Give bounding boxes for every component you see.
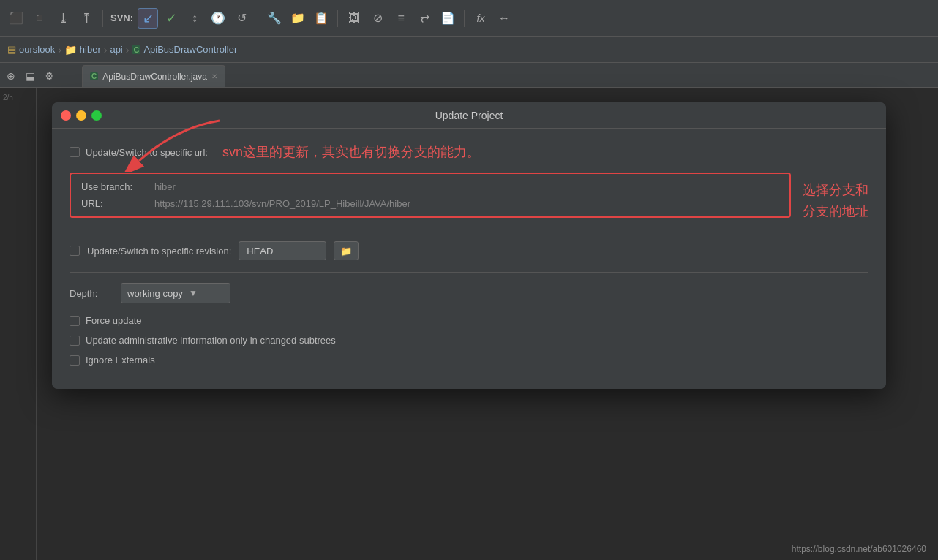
revision-value: HEAD xyxy=(247,246,273,257)
ignore-externals-label: Ignore Externals xyxy=(86,355,155,366)
toolbar-swap-icon[interactable]: ↔ xyxy=(494,8,514,29)
tab-label: ApiBusDrawController.java xyxy=(102,72,207,82)
depth-label: Depth: xyxy=(70,288,113,299)
breadcrumb-controller[interactable]: C ApiBusDrawController xyxy=(132,44,237,55)
revision-label: Update/Switch to specific revision: xyxy=(87,246,231,257)
modal-overlay: Update Project Update/Switch to specific… xyxy=(0,88,938,560)
toolbar-icon-2[interactable]: ◾ xyxy=(29,8,50,29)
tab-close-icon[interactable]: ✕ xyxy=(211,72,217,80)
admin-info-checkbox[interactable] xyxy=(70,336,80,346)
maximize-window-btn[interactable] xyxy=(91,110,102,121)
branch-value: hiber xyxy=(154,181,779,192)
breadcrumb-sep-1: › xyxy=(58,44,61,56)
close-window-btn[interactable] xyxy=(61,110,71,121)
footer-link: https://blog.csdn.net/ab601026460 xyxy=(792,544,926,554)
toolbar-icon-update[interactable]: ⤒ xyxy=(76,8,97,29)
toolbar-doc-icon[interactable]: 📄 xyxy=(438,8,458,29)
url-label: URL: xyxy=(81,198,147,209)
browse-icon: 📁 xyxy=(340,246,352,257)
revision-row: Update/Switch to specific revision: HEAD… xyxy=(70,241,868,260)
branch-row: Use branch: hiber xyxy=(81,181,779,192)
dialog-title: Update Project xyxy=(435,110,503,121)
revision-input[interactable]: HEAD xyxy=(239,241,326,260)
breadcrumb-controller-label: ApiBusDrawController xyxy=(143,44,237,55)
dropdown-arrow-icon: ▼ xyxy=(189,288,198,298)
toolbar-copy-icon[interactable]: 📋 xyxy=(311,8,331,29)
breadcrumb-bar: ▤ ourslook › 📁 hiber › api › C ApiBusDra… xyxy=(0,37,938,63)
breadcrumb-ourslook[interactable]: ▤ ourslook xyxy=(7,44,55,55)
depth-value: working copy xyxy=(127,288,183,299)
ignore-externals-row: Ignore Externals xyxy=(70,355,868,366)
annotation-right: 选择分支和分支的地址 xyxy=(803,180,868,222)
toolbar-sep-1 xyxy=(102,10,103,27)
toolbar-sep-4 xyxy=(464,10,465,27)
toolbar-icon-commit[interactable]: ⤓ xyxy=(53,8,73,29)
breadcrumb-hiber-label: hiber xyxy=(80,44,101,55)
tab-split-btn[interactable]: ⬓ xyxy=(22,68,38,84)
toolbar: ⬛ ◾ ⤓ ⤒ SVN: ↙ ✓ ↕ 🕐 ↺ 🔧 📁 📋 🖼 ⊘ ≡ ⇄ 📄 f… xyxy=(0,0,938,37)
svn-label: SVN: xyxy=(110,12,133,23)
tab-add-btn[interactable]: ⊕ xyxy=(3,68,19,84)
toolbar-svn-history-icon[interactable]: 🕐 xyxy=(208,8,228,29)
toolbar-icon-1[interactable]: ⬛ xyxy=(6,8,26,29)
force-update-checkbox[interactable] xyxy=(70,316,80,326)
tab-close-all-btn[interactable]: — xyxy=(60,68,76,84)
depth-select[interactable]: working copy ▼ xyxy=(121,283,230,303)
url-row: URL: https://115.29.111.103/svn/PRO_2019… xyxy=(81,198,779,209)
toolbar-transfer-icon[interactable]: ⇄ xyxy=(414,8,435,29)
update-project-dialog: Update Project Update/Switch to specific… xyxy=(52,102,886,389)
tab-actions: ⊕ ⬓ ⚙ — xyxy=(3,68,76,87)
toolbar-wrench-icon[interactable]: 🔧 xyxy=(264,8,285,29)
breadcrumb-api-label: api xyxy=(110,44,122,55)
dialog-titlebar: Update Project xyxy=(52,102,886,129)
depth-row: Depth: working copy ▼ xyxy=(70,283,868,303)
branch-label: Use branch: xyxy=(81,181,147,192)
class-icon-breadcrumb: C xyxy=(132,45,140,54)
tab-settings-btn[interactable]: ⚙ xyxy=(41,68,57,84)
revision-checkbox[interactable] xyxy=(70,246,80,256)
url-switch-row: Update/Switch to specific url: xyxy=(70,147,208,158)
toolbar-sep-2 xyxy=(258,10,258,27)
breadcrumb-sep-3: › xyxy=(126,44,130,56)
toolbar-list-icon[interactable]: ≡ xyxy=(391,8,411,29)
breadcrumb-ourslook-label: ourslook xyxy=(19,44,55,55)
admin-info-row: Update administrative information only i… xyxy=(70,335,868,346)
url-switch-label: Update/Switch to specific url: xyxy=(86,147,208,158)
toolbar-folder-icon[interactable]: 📁 xyxy=(288,8,308,29)
tab-controller[interactable]: C ApiBusDrawController.java ✕ xyxy=(82,65,225,87)
toolbar-svn-update-icon[interactable]: ↙ xyxy=(138,8,158,29)
toolbar-fx-icon[interactable]: fx xyxy=(470,8,491,29)
url-value: https://115.29.111.103/svn/PRO_2019/LP_H… xyxy=(154,198,779,209)
main-area: 2/h Update Project Update/Swit xyxy=(0,88,938,560)
folder-icon-1: 📁 xyxy=(64,44,77,56)
tab-bar: ⊕ ⬓ ⚙ — C ApiBusDrawController.java ✕ xyxy=(0,63,938,88)
toolbar-svn-icon-3[interactable]: ↕ xyxy=(184,8,205,29)
annotation-top: svn这里的更新，其实也有切换分支的能力。 xyxy=(222,143,480,161)
toolbar-cancel-icon[interactable]: ⊘ xyxy=(367,8,388,29)
admin-info-label: Update administrative information only i… xyxy=(86,335,336,346)
project-icon: ▤ xyxy=(7,44,16,55)
branch-url-box: Use branch: hiber URL: https://115.29.11… xyxy=(70,173,791,218)
force-update-label: Force update xyxy=(86,315,142,326)
revision-browse-btn[interactable]: 📁 xyxy=(334,241,359,260)
dialog-body: Update/Switch to specific url: svn这里的更新，… xyxy=(52,129,886,389)
force-update-row: Force update xyxy=(70,315,868,326)
breadcrumb-api[interactable]: api xyxy=(110,44,122,55)
toolbar-svn-revert-icon[interactable]: ↺ xyxy=(231,8,252,29)
toolbar-image-icon[interactable]: 🖼 xyxy=(344,8,364,29)
url-switch-checkbox[interactable] xyxy=(70,147,80,157)
class-icon-tab: C xyxy=(90,72,98,80)
ignore-externals-checkbox[interactable] xyxy=(70,355,80,366)
breadcrumb-hiber[interactable]: 📁 hiber xyxy=(64,44,101,56)
divider-1 xyxy=(70,272,868,273)
window-controls xyxy=(61,110,102,121)
breadcrumb-sep-2: › xyxy=(104,44,108,56)
minimize-window-btn[interactable] xyxy=(76,110,86,121)
toolbar-sep-3 xyxy=(337,10,338,27)
toolbar-svn-check-icon[interactable]: ✓ xyxy=(161,8,181,29)
